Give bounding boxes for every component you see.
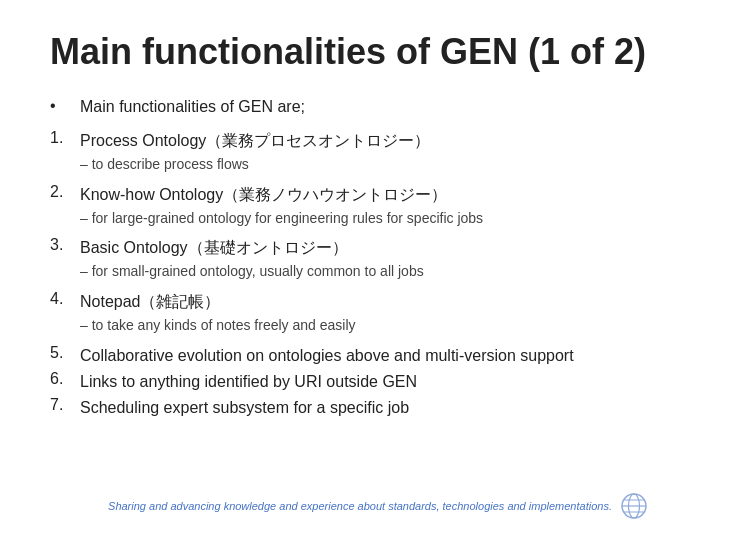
footer: Sharing and advancing knowledge and expe… <box>50 484 706 520</box>
item-4-text: Notepad（雑記帳） <box>80 290 221 314</box>
sub-item-1-text: – to describe process flows <box>80 155 249 175</box>
item-6-number: 6. <box>50 370 80 388</box>
sub-item-1: – to describe process flows <box>80 155 706 175</box>
item-5-number: 5. <box>50 344 80 362</box>
item-2-text: Know-how Ontology（業務ノウハウオントロジー） <box>80 183 447 207</box>
list-item-5: 5. Collaborative evolution on ontologies… <box>50 344 706 368</box>
bullet-item: • Main functionalities of GEN are; <box>50 95 706 119</box>
slide-title: Main functionalities of GEN (1 of 2) <box>50 30 706 73</box>
item-4-number: 4. <box>50 290 80 308</box>
sub-item-3: – for small-grained ontology, usually co… <box>80 262 706 282</box>
footer-text: Sharing and advancing knowledge and expe… <box>108 500 612 512</box>
item-7-number: 7. <box>50 396 80 414</box>
list-item-1: 1. Process Ontology（業務プロセスオントロジー） <box>50 129 706 153</box>
list-item-6: 6. Links to anything identified by URI o… <box>50 370 706 394</box>
item-6-text: Links to anything identified by URI outs… <box>80 370 417 394</box>
list-item-7: 7. Scheduling expert subsystem for a spe… <box>50 396 706 420</box>
item-1-number: 1. <box>50 129 80 147</box>
item-5-text: Collaborative evolution on ontologies ab… <box>80 344 574 368</box>
item-1-text: Process Ontology（業務プロセスオントロジー） <box>80 129 430 153</box>
sub-item-3-text: – for small-grained ontology, usually co… <box>80 262 424 282</box>
item-7-text: Scheduling expert subsystem for a specif… <box>80 396 409 420</box>
item-2-number: 2. <box>50 183 80 201</box>
content-area: • Main functionalities of GEN are; 1. Pr… <box>50 95 706 484</box>
bullet-marker: • <box>50 95 80 115</box>
list-item-2: 2. Know-how Ontology（業務ノウハウオントロジー） <box>50 183 706 207</box>
list-item-3: 3. Basic Ontology（基礎オントロジー） <box>50 236 706 260</box>
sub-item-2: – for large-grained ontology for enginee… <box>80 209 706 229</box>
globe-icon <box>620 492 648 520</box>
sub-item-2-text: – for large-grained ontology for enginee… <box>80 209 483 229</box>
item-3-number: 3. <box>50 236 80 254</box>
sub-item-4-text: – to take any kinds of notes freely and … <box>80 316 356 336</box>
sub-item-4: – to take any kinds of notes freely and … <box>80 316 706 336</box>
list-item-4: 4. Notepad（雑記帳） <box>50 290 706 314</box>
slide: Main functionalities of GEN (1 of 2) • M… <box>0 0 756 540</box>
bullet-text: Main functionalities of GEN are; <box>80 95 305 119</box>
item-3-text: Basic Ontology（基礎オントロジー） <box>80 236 348 260</box>
